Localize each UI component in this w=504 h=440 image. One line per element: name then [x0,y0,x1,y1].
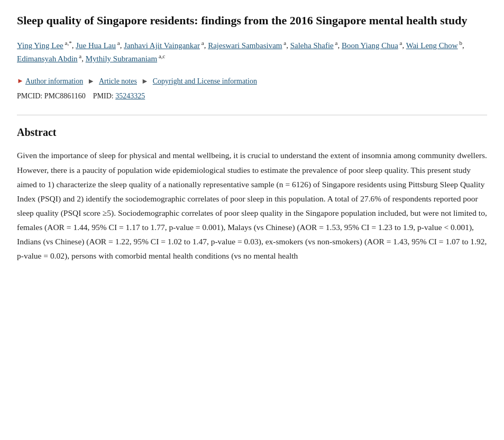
copyright-license-link[interactable]: Copyright and License information [153,76,257,87]
author-sup-3: a [200,40,204,46]
author-sup-8: a [78,53,82,59]
author-information-link[interactable]: ► Author information [17,76,83,87]
author-sup-7: b [458,40,462,46]
author-sup-1: a,* [63,40,72,46]
author-mythily[interactable]: Mythily Subramaniam [86,54,157,63]
author-rajeswari[interactable]: Rajeswari Sambasivam [208,41,282,50]
copyright-license-label[interactable]: Copyright and License information [153,76,257,87]
author-wai-leng[interactable]: Wai Leng Chow [406,41,458,50]
abstract-heading: Abstract [17,124,487,141]
author-sup-2: a [116,40,120,46]
article-title: Sleep quality of Singapore residents: fi… [17,13,487,29]
author-sup-6: a [398,40,402,46]
author-jue-hua-lau[interactable]: Jue Hua Lau [76,41,116,50]
separator-1: ► [87,76,95,87]
author-information-label[interactable]: Author information [25,76,83,87]
author-edimansyah[interactable]: Edimansyah Abdin [17,54,78,63]
pmid-link[interactable]: 35243325 [115,92,145,100]
pmid-label: PMID: [93,92,114,100]
pmcid-label: PMCID: [17,92,42,100]
author-boon-yiang[interactable]: Boon Yiang Chua [342,41,398,50]
separator-2: ► [141,76,149,87]
author-ying-ying-lee[interactable]: Ying Ying Lee [17,41,63,50]
author-sup-9: a,c [157,53,165,59]
meta-links: ► Author information ► Article notes ► C… [17,76,487,87]
pmcid-number: PMC8861160 [44,92,86,100]
abstract-text: Given the importance of sleep for physic… [17,148,487,263]
arrow-icon-1: ► [17,76,24,87]
author-saleha[interactable]: Saleha Shafie [290,41,334,50]
pmid-line: PMCID: PMC8861160 PMID: 35243325 [17,90,487,102]
article-notes-label[interactable]: Article notes [99,76,137,87]
author-sup-4: a [282,40,287,46]
authors-line: Ying Ying Lee a,*, Jue Hua Lau a, Janhav… [17,39,487,66]
author-sup-5: a [334,40,338,46]
author-janhavi[interactable]: Janhavi Ajit Vaingankar [124,41,200,50]
article-notes-link[interactable]: Article notes [99,76,137,87]
abstract-section: Abstract Given the importance of sleep f… [17,115,487,263]
